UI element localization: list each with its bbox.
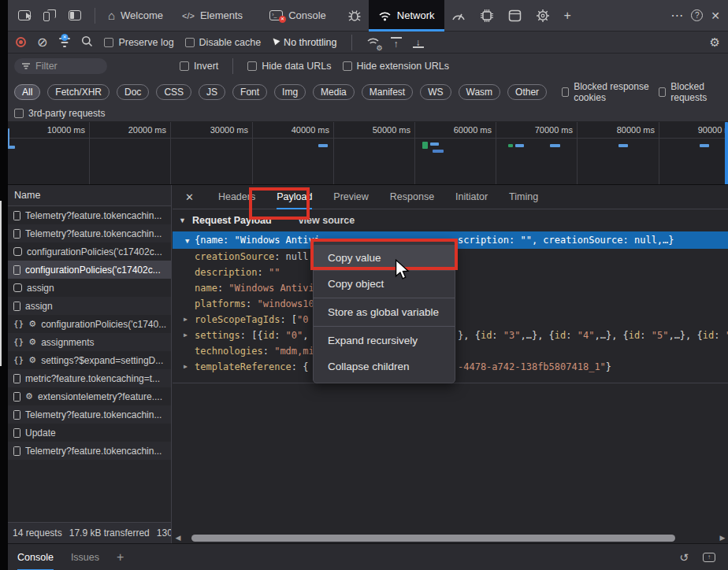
- hide-data-urls-checkbox[interactable]: Hide data URLs: [247, 61, 331, 72]
- speedometer-icon: [451, 9, 466, 21]
- details-tab-response[interactable]: Response: [390, 185, 434, 209]
- filter-chip-img[interactable]: Img: [274, 84, 306, 100]
- document-icon: [13, 392, 20, 402]
- export-har-icon[interactable]: ↓: [413, 37, 424, 48]
- network-overview-timeline[interactable]: 10000 ms20000 ms30000 ms40000 ms50000 ms…: [8, 122, 728, 185]
- request-row[interactable]: configurationPolicies('c17402c...: [8, 261, 171, 279]
- request-row[interactable]: metric?feature.tokencaching=t...: [8, 369, 171, 387]
- json-segment: -4478-a742-138fb5807418_1": [458, 361, 606, 372]
- horizontal-scrollbar[interactable]: ◀ ▶: [173, 532, 728, 543]
- request-row[interactable]: {}⚙assignments: [8, 333, 171, 351]
- json-segment: :: [566, 330, 577, 341]
- json-segment: ,: [303, 330, 308, 341]
- application-tab[interactable]: [501, 0, 529, 31]
- import-har-icon[interactable]: ↑: [391, 37, 402, 48]
- details-tab-initiator[interactable]: Initiator: [455, 185, 488, 209]
- request-row[interactable]: {}⚙settings?$expand=settingD...: [8, 351, 171, 369]
- filter-chip-media[interactable]: Media: [313, 84, 355, 100]
- name-column-header[interactable]: Name: [8, 185, 171, 206]
- close-details-icon[interactable]: ✕: [185, 191, 194, 203]
- add-drawer-tab-button[interactable]: +: [117, 550, 124, 564]
- tab-console[interactable]: ›_✕ Console: [260, 0, 336, 31]
- filter-input[interactable]: Filter: [14, 58, 107, 74]
- scrollbar-track[interactable]: [184, 535, 717, 542]
- json-segment: creationSource: [195, 251, 274, 262]
- focus-mode-icon[interactable]: [68, 9, 82, 23]
- chip-icon: [480, 9, 494, 22]
- menu-item-copy-value[interactable]: Copy value: [314, 245, 455, 271]
- request-payload-section[interactable]: ▼ Request Payload view source: [173, 209, 728, 231]
- third-party-checkbox[interactable]: 3rd-party requests: [14, 108, 105, 119]
- filter-icon[interactable]: ✕: [58, 38, 70, 47]
- close-devtools-icon[interactable]: ✕: [711, 9, 720, 22]
- filter-chip-css[interactable]: CSS: [156, 84, 191, 100]
- request-row[interactable]: Telemetry?feature.tokencachin...: [8, 206, 171, 224]
- disable-cache-checkbox[interactable]: Disable cache: [185, 37, 262, 48]
- expand-drawer-icon[interactable]: ↑: [703, 553, 715, 562]
- device-emulation-icon[interactable]: [43, 9, 57, 23]
- filter-chip-fetch-xhr[interactable]: Fetch/XHR: [47, 84, 110, 100]
- scroll-left-icon[interactable]: ◀: [173, 534, 184, 542]
- network-conditions-icon[interactable]: ⚙: [366, 36, 380, 49]
- blocked-requests-checkbox[interactable]: Blocked requests: [659, 81, 722, 103]
- request-row[interactable]: assign: [8, 279, 171, 297]
- blocked-cookies-checkbox[interactable]: Blocked response cookies: [562, 81, 652, 103]
- filter-chip-font[interactable]: Font: [232, 84, 267, 100]
- scroll-right-icon[interactable]: ▶: [717, 534, 728, 542]
- filter-chip-manifest[interactable]: Manifest: [362, 84, 413, 100]
- menu-item-copy-object[interactable]: Copy object: [314, 271, 455, 297]
- view-source-link[interactable]: view source: [299, 215, 355, 226]
- details-tab-preview[interactable]: Preview: [333, 185, 368, 209]
- request-row[interactable]: assign: [8, 297, 171, 315]
- throttling-select[interactable]: No throttling: [272, 37, 336, 48]
- help-icon[interactable]: ?: [691, 9, 703, 21]
- scrollbar-thumb[interactable]: [191, 535, 675, 542]
- add-tab-button[interactable]: +: [557, 0, 578, 31]
- clear-icon[interactable]: ⊘: [37, 35, 47, 50]
- filter-chip-other[interactable]: Other: [507, 84, 547, 100]
- throttling-value: No throttling: [284, 37, 336, 48]
- request-row[interactable]: Telemetry?feature.tokencachin...: [8, 442, 171, 460]
- drawer-tab-console[interactable]: Console: [17, 544, 54, 570]
- filter-chip-all[interactable]: All: [14, 84, 40, 100]
- performance-tab[interactable]: [444, 0, 473, 31]
- inspect-element-icon[interactable]: [17, 9, 32, 23]
- json-segment: "5": [652, 330, 669, 341]
- tab-network[interactable]: Network: [369, 0, 444, 31]
- preserve-log-checkbox[interactable]: Preserve log: [104, 37, 173, 48]
- timeline-tick-label: 70000 ms: [516, 125, 573, 135]
- request-row[interactable]: ⚙extensiontelemetry?feature....: [8, 387, 171, 405]
- details-tab-timing[interactable]: Timing: [509, 185, 538, 209]
- drawer-tab-issues[interactable]: Issues: [71, 544, 99, 570]
- settings-gear-icon[interactable]: ⚙: [710, 35, 720, 50]
- menu-item-store-as-global-variable[interactable]: Store as global variable: [314, 299, 455, 325]
- tab-welcome[interactable]: ⌂ Welcome: [98, 0, 173, 31]
- hide-extension-urls-checkbox[interactable]: Hide extension URLs: [343, 61, 449, 72]
- menu-item-expand-recursively[interactable]: Expand recursively: [314, 328, 455, 353]
- search-icon[interactable]: [81, 35, 93, 50]
- menu-item-collapse-children[interactable]: Collapse children: [314, 353, 455, 379]
- request-row[interactable]: Update: [8, 424, 171, 442]
- document-icon: [13, 428, 20, 438]
- request-row[interactable]: configurationPolicies('c17402c...: [8, 242, 171, 261]
- invert-checkbox[interactable]: Invert: [180, 61, 218, 72]
- history-icon[interactable]: ↺: [679, 551, 689, 564]
- debugger-tab[interactable]: [340, 0, 369, 31]
- details-tab-headers[interactable]: Headers: [218, 185, 255, 209]
- details-tab-payload[interactable]: Payload: [277, 185, 312, 209]
- timeline-scrollbar: [725, 122, 728, 185]
- request-row[interactable]: Telemetry?feature.tokencachin...: [8, 224, 171, 242]
- record-network-log-icon[interactable]: [16, 37, 26, 47]
- filter-chip-doc[interactable]: Doc: [117, 84, 149, 100]
- json-segment: :: [492, 330, 503, 341]
- extensions-tab[interactable]: [529, 0, 557, 31]
- tab-elements[interactable]: </> Elements: [173, 0, 252, 31]
- more-options-icon[interactable]: ⋯: [670, 8, 683, 23]
- json-segment: id: [703, 330, 714, 341]
- request-row[interactable]: {}⚙configurationPolicies('c1740...: [8, 315, 171, 333]
- filter-chip-wasm[interactable]: Wasm: [459, 84, 501, 100]
- memory-tab[interactable]: [473, 0, 501, 31]
- filter-chip-js[interactable]: JS: [199, 84, 225, 100]
- request-row[interactable]: Telemetry?feature.tokencachin...: [8, 405, 171, 424]
- filter-chip-ws[interactable]: WS: [420, 84, 451, 100]
